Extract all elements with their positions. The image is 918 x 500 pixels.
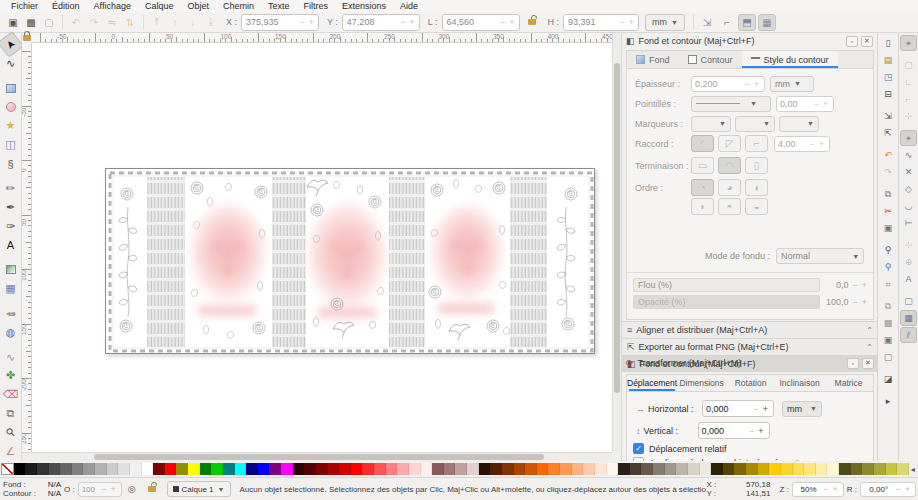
menu-filtres[interactable]: Filtres xyxy=(297,1,336,11)
transform-unit-dropdown[interactable]: mm▼ xyxy=(782,401,822,417)
color-swatch[interactable] xyxy=(537,463,549,475)
horizontal-ruler[interactable]: -50050100150200250300350400450 xyxy=(32,33,612,43)
color-swatch[interactable] xyxy=(107,463,119,475)
ungroup-button[interactable]: ▢ xyxy=(880,349,897,365)
h-field[interactable]: 93,391−+ xyxy=(563,14,639,31)
color-swatch[interactable] xyxy=(758,463,770,475)
color-swatch[interactable] xyxy=(374,463,386,475)
color-swatch[interactable] xyxy=(851,463,863,475)
color-swatch[interactable] xyxy=(676,463,688,475)
vertical-ruler[interactable]: -50050100150200250 xyxy=(22,43,32,452)
transform-tab-déplacement[interactable]: Déplacement xyxy=(627,375,677,391)
menu-texte[interactable]: Texte xyxy=(261,1,297,11)
color-swatch[interactable] xyxy=(793,463,805,475)
color-swatch[interactable] xyxy=(607,463,619,475)
color-swatch[interactable] xyxy=(653,463,665,475)
menu-objet[interactable]: Objet xyxy=(180,1,216,11)
color-swatch[interactable] xyxy=(432,463,444,475)
order-markers-stroke-fill-button[interactable]: ◒ xyxy=(745,198,768,215)
color-swatch[interactable] xyxy=(665,463,677,475)
color-swatch[interactable] xyxy=(153,463,165,475)
object-opacity-field[interactable]: 100−+ xyxy=(78,482,122,497)
menu-chemin[interactable]: Chemin xyxy=(216,1,261,11)
color-swatch[interactable] xyxy=(118,463,130,475)
color-swatch[interactable] xyxy=(641,463,653,475)
collapse-chevron-icon[interactable]: ⌃ xyxy=(866,343,873,352)
tool-box-3d[interactable]: ◫ xyxy=(1,135,20,154)
tool-mesh[interactable]: ▦ xyxy=(1,279,20,298)
open-document-button[interactable]: ▤ xyxy=(880,52,897,68)
thickness-unit-dropdown[interactable]: mm▼ xyxy=(770,76,814,92)
marker-start-dropdown[interactable]: ▼ xyxy=(691,116,731,132)
color-swatch[interactable] xyxy=(886,463,898,475)
color-swatch[interactable] xyxy=(897,463,909,475)
blend-mode-dropdown[interactable]: Normal▼ xyxy=(776,248,864,264)
horizontal-field[interactable]: 0,000−+ xyxy=(702,400,774,417)
color-swatch[interactable] xyxy=(548,463,560,475)
copy-button[interactable]: ⧉ xyxy=(880,186,897,202)
cap-square-button[interactable]: ▯ xyxy=(745,157,768,174)
tab-style-contour[interactable]: Style du contour xyxy=(742,51,838,68)
horizontal-scrollbar[interactable] xyxy=(22,452,612,461)
scale-corners-toggle[interactable]: ⌐ xyxy=(718,14,736,31)
tool-tweak[interactable]: ∿ xyxy=(1,348,20,367)
color-swatch[interactable] xyxy=(316,463,328,475)
color-swatch[interactable] xyxy=(595,463,607,475)
order-stroke-markers-fill-button[interactable]: ◓ xyxy=(718,198,741,215)
color-swatch[interactable] xyxy=(165,463,177,475)
menu-fichier[interactable]: Fichier xyxy=(4,1,45,11)
color-swatch[interactable] xyxy=(83,463,95,475)
select-all-layers-button[interactable]: ▩ xyxy=(22,14,40,31)
color-swatch[interactable] xyxy=(130,463,142,475)
no-color-swatch[interactable] xyxy=(1,463,14,475)
color-swatch[interactable] xyxy=(25,463,37,475)
tool-pen[interactable]: ✒ xyxy=(1,198,20,217)
snap-bbox-midpoint-button[interactable]: ⊹ xyxy=(900,108,917,124)
clone-button[interactable]: ▩ xyxy=(880,315,897,331)
color-swatch[interactable] xyxy=(362,463,374,475)
color-swatch[interactable] xyxy=(293,463,305,475)
opacity-slider[interactable]: Opacité (%) xyxy=(633,295,820,309)
color-swatch[interactable] xyxy=(409,463,421,475)
panel-header-align[interactable]: ≡Aligner et distribuer (Maj+Ctrl+A)⌃ xyxy=(622,321,878,338)
color-swatch[interactable] xyxy=(630,463,642,475)
color-swatch[interactable] xyxy=(176,463,188,475)
join-miter-button[interactable]: ⌐ xyxy=(745,135,768,152)
zoom-drawing-button[interactable]: ⚲ xyxy=(880,242,897,258)
blur-slider[interactable]: Flou (%) xyxy=(633,278,820,292)
snap-smooth-node-button[interactable]: ◡ xyxy=(900,198,917,214)
transform-dialog-title[interactable]: ⟳ Transformer (Maj+Ctrl+M) ▫ ✕ xyxy=(622,355,878,371)
palette-scroll-arrow[interactable]: ◄ xyxy=(909,466,917,473)
document-page[interactable] xyxy=(105,168,595,354)
scale-stroke-toggle[interactable]: ⇲ xyxy=(698,14,716,31)
menu-calque[interactable]: Calque xyxy=(138,1,181,11)
dash-offset-field[interactable]: 0,00−+ xyxy=(776,96,834,112)
vertical-scrollbar-thumb[interactable] xyxy=(614,63,620,393)
color-swatch[interactable] xyxy=(455,463,467,475)
color-swatch[interactable] xyxy=(269,463,281,475)
color-swatch[interactable] xyxy=(37,463,49,475)
fill-stroke-dialog-button[interactable]: ◪ xyxy=(880,371,897,387)
color-swatch[interactable] xyxy=(200,463,212,475)
menu-affichage[interactable]: Affichage xyxy=(87,1,138,11)
transform-tab-dimensions[interactable]: Dimensions xyxy=(677,375,726,391)
transform-tab-rotation[interactable]: Rotation xyxy=(726,375,775,391)
tool-ellipse[interactable] xyxy=(1,98,20,117)
color-swatch[interactable] xyxy=(560,463,572,475)
color-swatch[interactable] xyxy=(804,463,816,475)
dash-pattern-dropdown[interactable]: ▼ xyxy=(691,96,771,112)
color-swatch[interactable] xyxy=(688,463,700,475)
snap-rotation-center-button[interactable]: ⊕ xyxy=(900,254,917,270)
cap-butt-button[interactable]: ▭ xyxy=(691,157,714,174)
marker-end-dropdown[interactable]: ▼ xyxy=(779,116,819,132)
snap-text-baseline-button[interactable]: A xyxy=(900,271,917,287)
x-field[interactable]: 375,935−+ xyxy=(241,14,319,31)
menu-edition[interactable]: Édition xyxy=(45,1,87,11)
redo-button[interactable]: ↷ xyxy=(880,164,897,180)
snap-path-intersection-button[interactable]: ✕ xyxy=(900,164,917,180)
color-swatch[interactable] xyxy=(339,463,351,475)
snap-bbox-button[interactable]: ▢ xyxy=(900,57,917,73)
new-document-button[interactable]: ▯ xyxy=(880,35,897,51)
thickness-field[interactable]: 0,200−+ xyxy=(691,76,765,92)
tool-rectangle[interactable] xyxy=(1,79,20,98)
